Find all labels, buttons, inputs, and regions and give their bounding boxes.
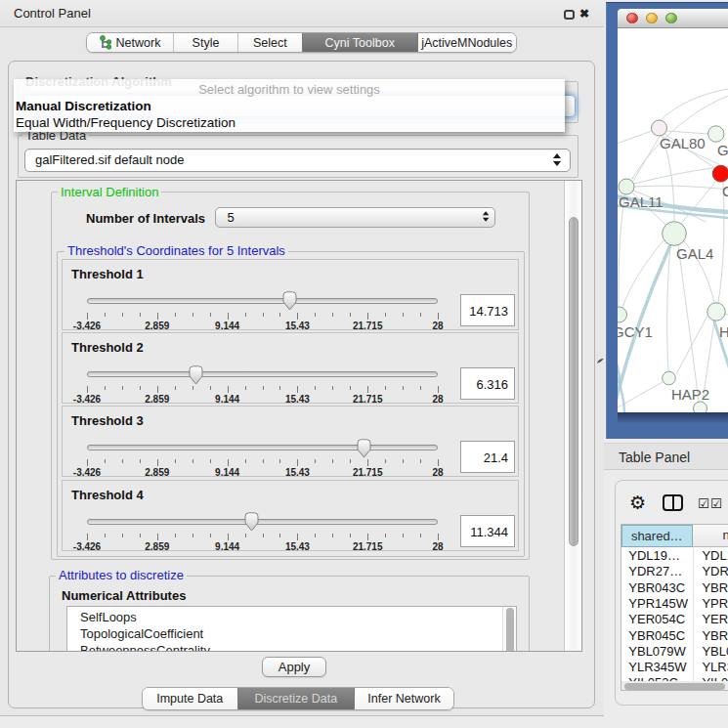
- slider-tick-label: 21.715: [346, 467, 389, 478]
- tab-network[interactable]: Network: [87, 33, 173, 52]
- slider-tick: [193, 313, 193, 317]
- slider-tick: [263, 534, 264, 537]
- checkbox-icon[interactable]: ☑: [710, 495, 722, 511]
- table-hscrollbar-thumb[interactable]: [624, 683, 725, 690]
- network-node-GA[interactable]: [708, 126, 724, 142]
- popup-item-equal-width[interactable]: Equal Width/Frequency Discretization: [16, 115, 236, 130]
- table-panel-window: ⚙ ☑ ☑ shared… name YDL19…YDL19…YDR27…YDR…: [615, 480, 728, 706]
- network-node-HAP2[interactable]: [663, 371, 676, 385]
- tab-select[interactable]: Select: [237, 33, 302, 52]
- slider-thumb[interactable]: [189, 365, 203, 385]
- network-node-H[interactable]: [707, 303, 725, 321]
- network-node-CY[interactable]: [712, 165, 728, 182]
- apply-button[interactable]: Apply: [262, 657, 326, 677]
- cell-shared-name: YPR145W: [621, 596, 694, 612]
- undock-square-icon[interactable]: [564, 10, 575, 20]
- slider-tick: [403, 313, 404, 317]
- close-x-icon[interactable]: ✖: [579, 7, 589, 21]
- network-canvas[interactable]: GAL80GACYGAL11GAL4GCY1HHAP2: [618, 28, 728, 412]
- slider-tick-label: 2.859: [136, 394, 179, 405]
- network-node-[interactable]: [694, 402, 707, 412]
- slider-tick-label: 28: [416, 467, 459, 478]
- panel-scrollbar-thumb[interactable]: [569, 217, 579, 546]
- slider-thumb[interactable]: [244, 512, 259, 532]
- gear-icon[interactable]: ⚙: [629, 492, 646, 514]
- threshold-2-box: Threshold 2-3.4262.8599.14415.4321.71528…: [62, 332, 519, 404]
- threshold-value-field[interactable]: 14.713: [460, 294, 515, 326]
- settings-scroll-viewport: Interval Definition Number of Intervals …: [16, 180, 582, 652]
- slider-tick: [140, 313, 141, 317]
- table-row[interactable]: YLR345WYLR345W: [621, 660, 728, 675]
- tab-cyni-toolbox[interactable]: Cyni Toolbox: [302, 33, 418, 52]
- slider-track[interactable]: [87, 519, 438, 525]
- network-node-label: CY: [722, 183, 728, 199]
- checkbox-icon[interactable]: ☑: [698, 495, 709, 511]
- slider-tick: [297, 313, 298, 320]
- network-edge: [676, 316, 707, 374]
- thresholds-group-title: Threshold's Coordinates for 5 Intervals: [64, 243, 288, 258]
- network-node-GAL80[interactable]: [652, 120, 667, 136]
- popup-placeholder-item[interactable]: Select algorithm to view settings: [14, 82, 565, 97]
- attribute-item-TopologicalCoefficient[interactable]: TopologicalCoefficient: [80, 626, 203, 641]
- attribute-item-SelfLoops[interactable]: SelfLoops: [80, 610, 137, 624]
- network-node-label: GAL4: [676, 245, 713, 262]
- popup-item-manual-discretization[interactable]: Manual Discretization: [16, 99, 151, 113]
- slider-track[interactable]: [87, 371, 438, 377]
- slider-tick-label: -3.426: [65, 321, 108, 331]
- list-scrollbar-thumb[interactable]: [506, 608, 514, 652]
- slider-thumb[interactable]: [357, 439, 371, 458]
- table-row[interactable]: YER054CYER054C: [621, 612, 728, 627]
- splitter-collapse-arrow-icon[interactable]: [596, 357, 605, 365]
- slider-tick: [175, 386, 176, 390]
- numerical-attributes-list[interactable]: SelfLoopsTopologicalCoefficientBetweenne…: [66, 606, 517, 652]
- slider-thumb[interactable]: [282, 291, 297, 311]
- slider-tick: [122, 386, 123, 390]
- close-traffic-light-icon[interactable]: [626, 13, 638, 24]
- slider-tick: [140, 386, 141, 390]
- control-panel-window: Control Panel ✖ NetworkStyleSelectCyni T…: [0, 0, 604, 716]
- number-of-intervals-combobox[interactable]: 5: [215, 207, 495, 228]
- table-hscrollbar[interactable]: [621, 681, 728, 691]
- table-row[interactable]: YBR043CYBR043C: [621, 580, 728, 596]
- tab-impute-data[interactable]: Impute Data: [143, 688, 237, 709]
- network-node-GAL4[interactable]: [663, 222, 687, 246]
- threshold-value-field[interactable]: 11.344: [460, 515, 515, 547]
- column-header-shared-name[interactable]: shared…: [621, 525, 694, 547]
- threshold-value-field[interactable]: 21.4: [460, 441, 515, 473]
- slider-tick: [315, 386, 316, 390]
- slider-tick: [228, 313, 229, 320]
- minimize-traffic-light-icon[interactable]: [646, 13, 658, 24]
- network-node-label: GAL80: [660, 135, 706, 151]
- combobox-arrows-icon: [483, 211, 490, 221]
- table-row[interactable]: YDR27…YDR27…: [621, 564, 728, 579]
- table-row[interactable]: YBL079WYBL079W: [621, 644, 728, 660]
- cell-shared-name: YBL079W: [621, 644, 694, 660]
- column-header-name[interactable]: name: [693, 525, 728, 547]
- tab-discretize-data[interactable]: Discretize Data: [237, 688, 355, 709]
- slider-tick: [210, 386, 211, 390]
- table-row[interactable]: YBR045CYBR045C: [621, 628, 728, 644]
- attribute-item-BetweennessCentrality[interactable]: BetweennessCentrality: [80, 643, 210, 652]
- tab-style[interactable]: Style: [173, 33, 237, 52]
- columns-icon[interactable]: [663, 494, 683, 511]
- zoom-traffic-light-icon[interactable]: [665, 13, 677, 24]
- slider-track[interactable]: [87, 298, 438, 304]
- table-row[interactable]: YPR145WYPR145W: [621, 596, 728, 612]
- slider-tick: [367, 313, 368, 320]
- threshold-value-field[interactable]: 6.316: [460, 367, 515, 400]
- slider-tick: [332, 534, 333, 537]
- network-edge: [618, 131, 652, 148]
- interval-definition-title: Interval Definition: [58, 185, 161, 199]
- table-data-combobox[interactable]: galFiltered.sif default node: [24, 149, 571, 172]
- table-row[interactable]: YDL19…YDL19…: [621, 548, 728, 564]
- slider-tick: [245, 459, 246, 463]
- threshold-label: Threshold 2: [71, 340, 144, 355]
- network-node-GCY1[interactable]: [618, 307, 627, 322]
- list-scrollbar[interactable]: [502, 607, 516, 652]
- slider-track[interactable]: [87, 445, 438, 450]
- network-node-GAL11[interactable]: [619, 179, 634, 194]
- tab-infer-network[interactable]: Infer Network: [354, 688, 453, 709]
- slider-tick-label: 21.715: [346, 541, 389, 552]
- slider-tick-label: 2.859: [136, 541, 179, 552]
- tab-jactivemnodules[interactable]: jActiveMNodules: [417, 33, 516, 52]
